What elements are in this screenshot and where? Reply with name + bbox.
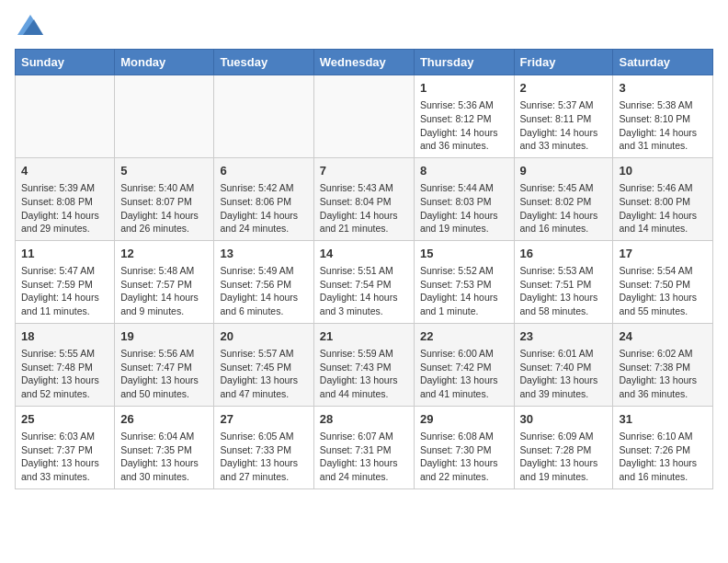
day-info: Sunrise: 5:51 AM [320, 264, 408, 278]
calendar-week-row: 4Sunrise: 5:39 AMSunset: 8:08 PMDaylight… [16, 157, 713, 240]
day-info: Sunset: 7:57 PM [120, 278, 208, 292]
day-number: 2 [520, 80, 608, 97]
day-number: 10 [619, 163, 707, 179]
day-info: Daylight: 13 hours and 47 minutes. [220, 373, 307, 400]
day-info: Daylight: 14 hours and 36 minutes. [420, 126, 508, 153]
day-info: Daylight: 14 hours and 6 minutes. [220, 291, 307, 317]
day-info: Daylight: 13 hours and 55 minutes. [619, 291, 707, 317]
day-info: Sunset: 7:59 PM [21, 278, 108, 292]
logo [15, 15, 43, 40]
day-info: Sunrise: 5:44 AM [420, 181, 508, 195]
day-number: 3 [619, 80, 707, 97]
day-info: Sunrise: 5:59 AM [320, 347, 408, 361]
day-number: 21 [320, 328, 408, 345]
day-info: Sunset: 7:35 PM [120, 443, 208, 457]
day-info: Sunrise: 5:45 AM [520, 181, 608, 195]
day-info: Sunrise: 6:03 AM [21, 430, 108, 443]
day-info: Sunset: 7:26 PM [619, 443, 707, 457]
calendar-day-cell: 16Sunrise: 5:53 AMSunset: 7:51 PMDayligh… [514, 240, 613, 323]
calendar-week-row: 1Sunrise: 5:36 AMSunset: 8:12 PMDaylight… [16, 75, 713, 158]
day-info: Daylight: 13 hours and 16 minutes. [619, 456, 707, 483]
day-of-week-header: Saturday [613, 50, 713, 75]
day-number: 27 [220, 411, 307, 428]
day-number: 28 [320, 411, 408, 428]
day-info: Sunset: 7:45 PM [220, 361, 307, 374]
day-info: Sunrise: 6:01 AM [520, 347, 608, 361]
day-info: Daylight: 14 hours and 26 minutes. [120, 209, 208, 236]
day-info: Sunset: 7:42 PM [420, 361, 508, 374]
day-info: Sunset: 7:51 PM [520, 278, 608, 292]
calendar-body: 1Sunrise: 5:36 AMSunset: 8:12 PMDaylight… [16, 75, 713, 489]
calendar-day-cell: 28Sunrise: 6:07 AMSunset: 7:31 PMDayligh… [313, 406, 414, 488]
calendar-day-cell: 11Sunrise: 5:47 AMSunset: 7:59 PMDayligh… [16, 240, 115, 323]
calendar-day-cell: 23Sunrise: 6:01 AMSunset: 7:40 PMDayligh… [514, 323, 613, 406]
day-info: Sunrise: 5:40 AM [120, 181, 208, 195]
day-number: 1 [420, 80, 508, 97]
day-number: 22 [420, 328, 508, 345]
day-info: Sunset: 8:12 PM [420, 112, 508, 126]
calendar-day-cell [214, 75, 313, 158]
day-info: Sunrise: 5:55 AM [21, 347, 108, 361]
day-info: Sunrise: 6:05 AM [220, 430, 307, 443]
day-info: Sunset: 8:03 PM [420, 195, 508, 209]
day-number: 30 [520, 411, 608, 428]
day-info: Sunrise: 5:43 AM [320, 181, 408, 195]
day-info: Daylight: 14 hours and 1 minute. [420, 291, 508, 317]
calendar-day-cell: 20Sunrise: 5:57 AMSunset: 7:45 PMDayligh… [214, 323, 313, 406]
day-info: Sunrise: 5:46 AM [619, 181, 707, 195]
day-info: Sunrise: 6:00 AM [420, 347, 508, 361]
day-info: Sunset: 8:11 PM [520, 112, 608, 126]
calendar-day-cell: 4Sunrise: 5:39 AMSunset: 8:08 PMDaylight… [16, 157, 115, 240]
day-info: Sunrise: 5:52 AM [420, 264, 508, 278]
days-of-week-row: SundayMondayTuesdayWednesdayThursdayFrid… [16, 50, 713, 75]
day-info: Sunset: 7:50 PM [619, 278, 707, 292]
calendar-day-cell: 15Sunrise: 5:52 AMSunset: 7:53 PMDayligh… [414, 240, 514, 323]
calendar-day-cell: 12Sunrise: 5:48 AMSunset: 7:57 PMDayligh… [115, 240, 214, 323]
day-info: Sunrise: 6:08 AM [420, 430, 508, 443]
day-info: Sunset: 7:38 PM [619, 361, 707, 374]
day-info: Daylight: 14 hours and 21 minutes. [320, 209, 408, 236]
calendar-day-cell: 31Sunrise: 6:10 AMSunset: 7:26 PMDayligh… [613, 406, 713, 488]
day-info: Sunset: 7:30 PM [420, 443, 508, 457]
calendar-day-cell [313, 75, 414, 158]
day-number: 26 [120, 411, 208, 428]
day-of-week-header: Sunday [16, 50, 115, 75]
day-info: Daylight: 14 hours and 33 minutes. [520, 126, 608, 153]
day-number: 6 [220, 163, 307, 179]
calendar-day-cell: 17Sunrise: 5:54 AMSunset: 7:50 PMDayligh… [613, 240, 713, 323]
day-number: 29 [420, 411, 508, 428]
day-info: Sunset: 7:53 PM [420, 278, 508, 292]
day-number: 13 [220, 246, 307, 262]
day-info: Sunrise: 5:56 AM [120, 347, 208, 361]
calendar-day-cell: 14Sunrise: 5:51 AMSunset: 7:54 PMDayligh… [313, 240, 414, 323]
day-number: 19 [120, 328, 208, 345]
day-info: Sunrise: 6:10 AM [619, 430, 707, 443]
day-info: Sunrise: 5:42 AM [220, 181, 307, 195]
calendar-day-cell: 19Sunrise: 5:56 AMSunset: 7:47 PMDayligh… [115, 323, 214, 406]
day-info: Sunset: 7:54 PM [320, 278, 408, 292]
calendar-week-row: 25Sunrise: 6:03 AMSunset: 7:37 PMDayligh… [16, 406, 713, 488]
day-info: Sunset: 7:47 PM [120, 361, 208, 374]
day-info: Daylight: 13 hours and 30 minutes. [120, 456, 208, 483]
day-number: 9 [520, 163, 608, 179]
day-number: 16 [520, 246, 608, 262]
calendar-day-cell: 26Sunrise: 6:04 AMSunset: 7:35 PMDayligh… [115, 406, 214, 488]
day-info: Daylight: 14 hours and 16 minutes. [520, 209, 608, 236]
calendar-day-cell: 9Sunrise: 5:45 AMSunset: 8:02 PMDaylight… [514, 157, 613, 240]
day-info: Daylight: 14 hours and 14 minutes. [619, 209, 707, 236]
day-number: 8 [420, 163, 508, 179]
day-info: Daylight: 14 hours and 29 minutes. [21, 209, 108, 236]
day-info: Sunset: 7:43 PM [320, 361, 408, 374]
calendar-day-cell: 10Sunrise: 5:46 AMSunset: 8:00 PMDayligh… [613, 157, 713, 240]
logo-icon [17, 15, 43, 35]
day-info: Sunrise: 6:09 AM [520, 430, 608, 443]
day-info: Daylight: 13 hours and 36 minutes. [619, 373, 707, 400]
day-number: 20 [220, 328, 307, 345]
day-info: Sunset: 8:06 PM [220, 195, 307, 209]
day-info: Daylight: 13 hours and 58 minutes. [520, 291, 608, 317]
day-info: Daylight: 13 hours and 19 minutes. [520, 456, 608, 483]
calendar-day-cell: 6Sunrise: 5:42 AMSunset: 8:06 PMDaylight… [214, 157, 313, 240]
calendar-day-cell: 8Sunrise: 5:44 AMSunset: 8:03 PMDaylight… [414, 157, 514, 240]
day-info: Daylight: 13 hours and 33 minutes. [21, 456, 108, 483]
header [15, 15, 713, 40]
